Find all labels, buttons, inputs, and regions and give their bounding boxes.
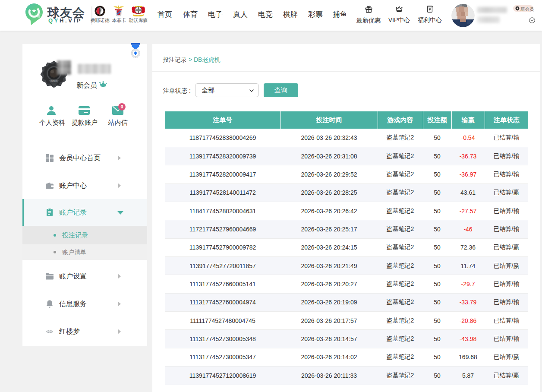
svg-text:GOLD: GOLD [51,80,57,82]
